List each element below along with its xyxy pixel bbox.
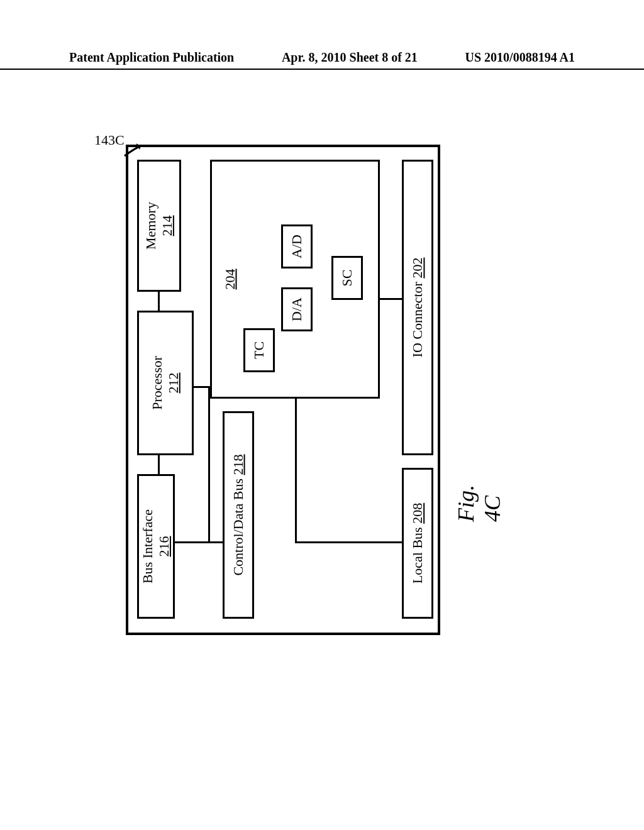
sc-block: SC — [331, 256, 363, 300]
sc-label: SC — [339, 270, 355, 287]
memory-label: Memory214 — [143, 202, 175, 250]
connector-line — [380, 298, 402, 300]
connector-line — [295, 399, 297, 543]
page-header: Patent Application Publication Apr. 8, 2… — [0, 50, 644, 70]
processor-label: Processor212 — [149, 356, 182, 410]
control-data-bus-label: Control/Data Bus 218 — [230, 454, 247, 575]
header-middle: Apr. 8, 2010 Sheet 8 of 21 — [282, 50, 418, 65]
bus-interface-block: Bus Interface216 — [137, 474, 175, 619]
ad-block: A/D — [281, 224, 313, 268]
connector-line — [295, 541, 402, 543]
outer-box: IO Connector 202 204 SC A/D D/A — [126, 145, 440, 635]
bus-interface-label: Bus Interface216 — [140, 509, 172, 584]
da-block: D/A — [281, 287, 313, 331]
submodule-block: 204 SC A/D D/A TC — [210, 160, 380, 399]
io-connector-block: IO Connector 202 — [402, 160, 433, 455]
da-label: D/A — [289, 297, 305, 321]
header-left: Patent Application Publication — [69, 50, 234, 65]
connector-line — [208, 386, 210, 543]
reference-number: 143C — [94, 132, 125, 148]
figure-label: Fig. 4C — [453, 485, 506, 522]
memory-block: Memory214 — [137, 160, 181, 292]
processor-block: Processor212 — [137, 311, 194, 455]
connector-line — [158, 292, 160, 311]
connector-line — [175, 541, 223, 543]
header-right: US 2010/0088194 A1 — [465, 50, 575, 65]
page: Patent Application Publication Apr. 8, 2… — [0, 0, 644, 830]
tc-block: TC — [243, 328, 275, 372]
ad-label: A/D — [289, 235, 305, 258]
local-bus-label: Local Bus 208 — [409, 503, 426, 584]
tc-label: TC — [251, 341, 267, 359]
submodule-num: 204 — [222, 269, 238, 290]
local-bus-block: Local Bus 208 — [402, 468, 433, 619]
io-connector-label: IO Connector 202 — [409, 258, 426, 358]
diagram: 143C IO Connector 202 204 SC — [94, 132, 478, 635]
control-data-bus-block: Control/Data Bus 218 — [223, 411, 254, 619]
connector-line — [158, 455, 160, 474]
